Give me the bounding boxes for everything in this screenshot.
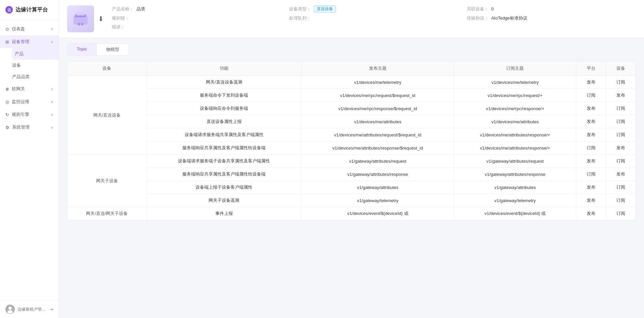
device-type-row: 设备类型： 直连设备 xyxy=(289,5,458,12)
function-cell: 设备端请求服务端共享属性及客户端属性 xyxy=(147,128,301,141)
table-row: 设备端请求服务端共享属性及客户端属性v1/devices/me/attribut… xyxy=(67,128,636,141)
platform-cell: 订阅 xyxy=(576,141,606,155)
publish-topic-cell: v1/devices/me/rpc/response/$request_id xyxy=(301,102,454,115)
rule-chain-label: 规则链： xyxy=(112,15,129,21)
subscribe-topic-cell: v1/devices/me/rpc/response/+ xyxy=(454,102,576,115)
table-header-row: 设备 功能 发布主题 订阅主题 平台 设备 xyxy=(67,61,636,76)
subscribe-topic-cell: v1/gateway/attributes xyxy=(454,181,576,194)
publish-topic-cell: v1/gateway/attributes/request xyxy=(301,155,454,168)
subscribe-topic-cell: v1/devices/me/rpc/request/+ xyxy=(454,89,576,102)
app-logo: 边 边缘计算平台 xyxy=(0,0,59,20)
processing-queue-label: 处理队列： xyxy=(289,15,311,21)
function-cell: 服务端响应共享属性及客户端属性给设备端 xyxy=(147,141,301,155)
sidebar-item-label: 监控运维 xyxy=(12,99,29,105)
table-row: 网关子设备设备端请求服务端子设备共享属性及客户端属性v1/gateway/att… xyxy=(67,155,636,168)
device-action-cell: 订阅 xyxy=(606,207,636,220)
chevron-down-icon: ∨ xyxy=(51,113,53,117)
chevron-down-icon: ∨ xyxy=(51,125,53,130)
download-icon[interactable]: ⬇ xyxy=(98,15,104,23)
product-info: 产品名称： 品类 设备类型： 直连设备 关联设备： 0 规则链： 处理队列： 传… xyxy=(112,5,636,30)
device-action-cell: 发布 xyxy=(606,89,636,102)
platform-cell: 发布 xyxy=(576,102,606,115)
col-header-platform: 平台 xyxy=(576,61,606,76)
device-type-label: 设备类型： xyxy=(289,6,311,12)
sidebar-item-label: 仪表盘 xyxy=(12,26,25,32)
rule-chain-row: 规则链： xyxy=(112,15,281,21)
main-content: ⬇ 产品名称： 品类 设备类型： 直连设备 关联设备： 0 规则链： 处理队 xyxy=(59,0,644,318)
sidebar-item-rule-engine[interactable]: ↻ 规则引擎 ∨ xyxy=(0,108,59,121)
sidebar-item-dashboard[interactable]: ⊙ 仪表盘 ∨ xyxy=(0,23,59,35)
publish-topic-cell: v1/devices/me/rpc/request/$request_id xyxy=(301,89,454,102)
platform-cell: 发布 xyxy=(576,207,606,220)
table-row: 设备端响应命令到服务端v1/devices/me/rpc/response/$r… xyxy=(67,102,636,115)
platform-cell: 订阅 xyxy=(576,168,606,181)
platform-cell: 发布 xyxy=(576,115,606,128)
col-header-publish-topic: 发布主题 xyxy=(301,61,454,76)
sidebar: 边 边缘计算平台 ⊙ 仪表盘 ∨ ⊞ 设备管理 ∧ 产品 设备 产品品类 xyxy=(0,0,59,318)
publish-topic-cell: v1/devices/event/${deviceId} 或 xyxy=(301,207,454,220)
platform-cell: 发布 xyxy=(576,155,606,168)
sidebar-item-label: 规则引擎 xyxy=(12,112,29,118)
transport-protocol-row: 传输协议： AIoTedge标准协议 xyxy=(467,15,636,21)
subscribe-topic-cell: v1/gateway/attributes/request xyxy=(454,155,576,168)
function-cell: 设备端响应命令到服务端 xyxy=(147,102,301,115)
product-name-value: 品类 xyxy=(136,6,145,12)
function-cell: 网关子设备遥测 xyxy=(147,194,301,207)
app-title: 边缘计算平台 xyxy=(16,6,48,13)
col-header-device: 设备 xyxy=(67,61,147,76)
tab-topic[interactable]: Topic xyxy=(67,44,97,55)
sidebar-item-device-management[interactable]: ⊞ 设备管理 ∧ xyxy=(0,35,59,48)
table-row: 网关子设备遥测v1/gateway/telemetryv1/gateway/te… xyxy=(67,194,636,207)
device-action-cell: 订阅 xyxy=(606,181,636,194)
product-icon xyxy=(67,5,94,32)
product-name-label: 产品名称： xyxy=(112,6,134,12)
device-group-cell: 网关/直连设备 xyxy=(67,76,147,155)
subscribe-topic-cell: v1/devices/event/${deviceId} 或 xyxy=(454,207,576,220)
sidebar-item-soft-gateway[interactable]: ⊗ 软网关 ∨ xyxy=(0,83,59,95)
publish-topic-cell: v1/devices/me/attributes xyxy=(301,115,454,128)
table-row: 服务端响应共享属性及客户端属性给设备端v1/gateway/attributes… xyxy=(67,168,636,181)
device-action-cell: 订阅 xyxy=(606,102,636,115)
device-action-cell: 订阅 xyxy=(606,115,636,128)
table-row: 网关/直连设备网关/直连设备遥测v1/devices/me/telemetryv… xyxy=(67,76,636,89)
device-action-cell: 订阅 xyxy=(606,128,636,141)
subscribe-topic-cell: v1/devices/me/attributes/response/+ xyxy=(454,141,576,155)
sidebar-item-product-category[interactable]: 产品品类 xyxy=(12,71,59,83)
sidebar-item-monitor-ops[interactable]: ◎ 监控运维 ∨ xyxy=(0,95,59,108)
chevron-down-icon: ∨ xyxy=(51,27,53,31)
table-row: 服务端响应共享属性及客户端属性给设备端v1/devices/me/attribu… xyxy=(67,141,636,155)
tab-group: Topic 物模型 xyxy=(67,43,129,56)
system-management-icon: ⚙ xyxy=(5,125,9,130)
sidebar-item-system-management[interactable]: ⚙ 系统管理 ∨ xyxy=(0,121,59,134)
device-group-cell: 网关子设备 xyxy=(67,155,147,207)
col-header-function: 功能 xyxy=(147,61,301,76)
chevron-down-icon: ∨ xyxy=(51,100,53,104)
avatar xyxy=(5,305,15,314)
related-devices-value: 0 xyxy=(491,6,494,11)
tab-thing-model[interactable]: 物模型 xyxy=(97,44,129,55)
description-label: 描述： xyxy=(112,24,125,30)
publish-topic-cell: v1/gateway/attributes xyxy=(301,181,454,194)
monitor-ops-icon: ◎ xyxy=(5,99,9,104)
function-cell: 设备端上报子设备客户端属性 xyxy=(147,181,301,194)
subscribe-topic-cell: v1/gateway/telemetry xyxy=(454,194,576,207)
logout-icon[interactable]: ⇥ xyxy=(49,307,53,312)
platform-cell: 发布 xyxy=(576,76,606,89)
svg-rect-3 xyxy=(73,16,88,25)
publish-topic-cell: v1/gateway/attributes/response xyxy=(301,168,454,181)
sidebar-item-label: 系统管理 xyxy=(12,124,30,130)
product-header: ⬇ 产品名称： 品类 设备类型： 直连设备 关联设备： 0 规则链： 处理队 xyxy=(59,0,644,38)
sidebar-footer: 边缘新租户管… ⇥ xyxy=(0,300,59,318)
table-row: 网关/直连/网关子设备事件上报v1/devices/event/${device… xyxy=(67,207,636,220)
sidebar-item-device[interactable]: 设备 xyxy=(12,60,59,71)
related-devices-label: 关联设备： xyxy=(467,6,489,12)
publish-topic-cell: v1/gateway/telemetry xyxy=(301,194,454,207)
publish-topic-cell: v1/devices/me/attributes/request/$reques… xyxy=(301,128,454,141)
device-group-cell: 网关/直连/网关子设备 xyxy=(67,207,147,220)
platform-cell: 发布 xyxy=(576,181,606,194)
device-action-cell: 订阅 xyxy=(606,155,636,168)
sidebar-item-product[interactable]: 产品 xyxy=(12,48,59,60)
device-action-cell: 发布 xyxy=(606,141,636,155)
function-cell: 直连设备属性上报 xyxy=(147,115,301,128)
sidebar-item-label: 软网关 xyxy=(12,86,25,92)
